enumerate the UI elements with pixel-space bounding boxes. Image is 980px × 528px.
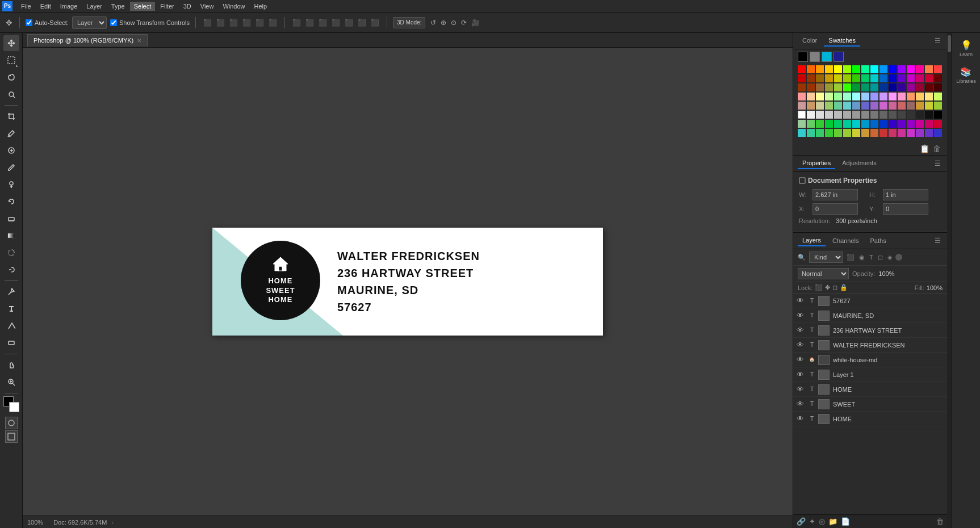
align-bottom-icon[interactable]: ⬛ (228, 18, 240, 28)
swatch-cell[interactable] (798, 129, 806, 137)
swatch-cell[interactable] (880, 129, 887, 137)
document-tab[interactable]: Photoshop @ 100% (RGB/8/CMYK) ✕ (27, 34, 148, 47)
swatch-cell[interactable] (916, 74, 924, 82)
swatch-cell[interactable] (843, 93, 851, 100)
swatch-cell[interactable] (916, 111, 924, 119)
hand-tool[interactable] (3, 357, 19, 373)
zoom-3d-icon[interactable]: ⊙ (449, 18, 458, 28)
marquee-tool[interactable]: ◣ (3, 52, 19, 68)
canvas-viewport[interactable]: HOMESWEETHOME WALTER FREDRICKSEN 236 HAR… (23, 48, 793, 516)
new-group-icon[interactable]: 📁 (828, 517, 837, 526)
dist-left-icon[interactable]: ⬛ (330, 18, 342, 28)
dist-vcenter-icon[interactable]: ⬛ (304, 18, 316, 28)
swatch-cell[interactable] (916, 65, 924, 73)
filter-type-icon[interactable]: T (868, 253, 874, 262)
swatch-cell[interactable] (870, 120, 878, 128)
swatch-teal[interactable] (822, 52, 832, 62)
menu-layer[interactable]: Layer (82, 2, 106, 11)
pan-3d-icon[interactable]: ⊕ (439, 18, 448, 28)
channels-tab[interactable]: Channels (828, 236, 863, 246)
delete-swatch-btn[interactable]: 🗑 (931, 144, 943, 154)
swatch-cell[interactable] (807, 129, 815, 137)
add-mask-icon[interactable]: ◎ (819, 517, 825, 526)
swatch-cell[interactable] (907, 74, 915, 82)
swatch-cell[interactable] (916, 102, 924, 110)
quick-select-tool[interactable] (3, 86, 19, 102)
swatch-cell[interactable] (870, 129, 878, 137)
swatch-cell[interactable] (843, 120, 851, 128)
swatch-cell[interactable] (934, 120, 942, 128)
height-input[interactable] (883, 189, 928, 200)
layer-row[interactable]: 👁 T 57627 (793, 294, 947, 308)
swatch-cell[interactable] (907, 93, 915, 100)
blend-mode-select[interactable]: Normal Multiply Screen (798, 268, 849, 279)
add-style-icon[interactable]: ✦ (809, 517, 815, 526)
swatch-cell[interactable] (852, 74, 860, 82)
layer-visibility-toggle[interactable]: 👁 (797, 370, 806, 379)
swatch-cell[interactable] (798, 111, 806, 119)
lock-pixels-icon[interactable]: ⬛ (815, 284, 823, 291)
layer-row[interactable]: 👁 T MAURINE, SD (793, 308, 947, 323)
history-brush-tool[interactable] (3, 194, 19, 209)
swatch-cell[interactable] (889, 93, 897, 100)
filter-shape-icon[interactable]: ◻ (877, 253, 884, 262)
swatch-cell[interactable] (861, 65, 869, 73)
swatch-cell[interactable] (816, 93, 824, 100)
swatch-cell[interactable] (925, 120, 933, 128)
adjustments-tab[interactable]: Adjustments (837, 158, 881, 169)
swatch-cell[interactable] (843, 111, 851, 119)
align-hcenter-icon[interactable]: ⬛ (254, 18, 266, 28)
swatch-cell[interactable] (934, 111, 942, 119)
swatch-cell[interactable] (825, 129, 833, 137)
swatch-cell[interactable] (807, 120, 815, 128)
menu-type[interactable]: Type (107, 2, 129, 11)
swatch-cell[interactable] (925, 129, 933, 137)
swatch-cell[interactable] (807, 102, 815, 110)
layer-row[interactable]: 👁 T Layer 1 (793, 367, 947, 382)
auto-select-dropdown[interactable]: Layer Group (72, 16, 107, 29)
filter-pixel-icon[interactable]: ⬛ (845, 253, 856, 262)
swatch-cell[interactable] (898, 93, 906, 100)
swatch-cell[interactable] (807, 74, 815, 82)
layer-visibility-toggle[interactable]: 👁 (797, 414, 806, 423)
swatch-cell[interactable] (925, 74, 933, 82)
camera-3d-icon[interactable]: 🎥 (470, 18, 481, 28)
menu-3d[interactable]: 3D (179, 2, 195, 11)
properties-tab[interactable]: Properties (798, 158, 835, 169)
swatch-cell[interactable] (880, 65, 887, 73)
swatch-cell[interactable] (889, 129, 897, 137)
width-input[interactable] (813, 189, 858, 200)
dist-bottom-icon[interactable]: ⬛ (317, 18, 329, 28)
menu-window[interactable]: Window (219, 2, 249, 11)
swatch-cell[interactable] (870, 102, 878, 110)
swatch-cell[interactable] (816, 102, 824, 110)
swatch-cell[interactable] (934, 74, 942, 82)
swatch-cell[interactable] (889, 120, 897, 128)
swatch-cell[interactable] (907, 65, 915, 73)
swatch-cell[interactable] (889, 111, 897, 119)
dist-hcenter-icon[interactable]: ⬛ (343, 18, 355, 28)
swatch-cell[interactable] (807, 65, 815, 73)
swatch-cell[interactable] (880, 74, 887, 82)
swatch-cell[interactable] (861, 83, 869, 91)
swatch-cell[interactable] (798, 93, 806, 100)
swatch-cell[interactable] (798, 102, 806, 110)
menu-edit[interactable]: Edit (36, 2, 55, 11)
swatch-cell[interactable] (825, 111, 833, 119)
swatch-cell[interactable] (907, 111, 915, 119)
3d-mode-button[interactable]: 3D Mode: (393, 17, 425, 28)
swatch-gray[interactable] (810, 52, 820, 62)
swatch-cell[interactable] (816, 120, 824, 128)
swatch-cell[interactable] (925, 83, 933, 91)
swatch-cell[interactable] (898, 120, 906, 128)
swatch-cell[interactable] (916, 120, 924, 128)
color-swatches[interactable] (3, 396, 19, 412)
swatch-cell[interactable] (916, 83, 924, 91)
layer-visibility-toggle[interactable]: 👁 (797, 400, 806, 408)
dodge-tool[interactable] (3, 262, 19, 278)
eraser-tool[interactable] (3, 211, 19, 227)
dist-extra-icon[interactable]: ⬛ (369, 18, 381, 28)
shape-tool[interactable] (3, 335, 19, 351)
swatch-cell[interactable] (843, 83, 851, 91)
swatch-cell[interactable] (889, 102, 897, 110)
